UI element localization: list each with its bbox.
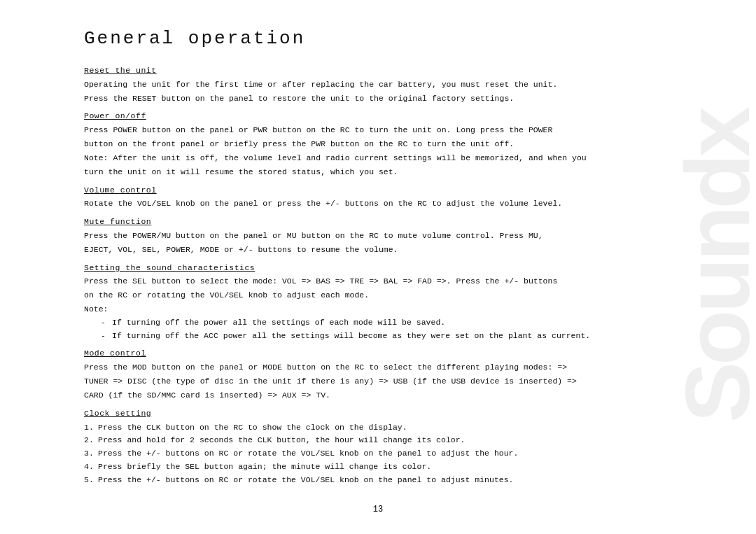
clock-item-3: 3. Press the +/- buttons on RC or rotate… <box>84 447 700 460</box>
clock-item-2: 2. Press and hold for 2 seconds the CLK … <box>84 434 700 447</box>
section-heading-reset: Reset the unit <box>84 64 700 77</box>
volume-line1: Rotate the VOL/SEL knob on the panel or … <box>84 197 700 210</box>
sound-note-label: Note: <box>84 303 700 316</box>
dash-sym-2: - <box>101 330 106 342</box>
sound-line2: on the RC or rotating the VOL/SEL knob t… <box>84 289 700 302</box>
section-heading-clock: Clock setting <box>84 407 700 420</box>
sound-note2-item: - If turning off the ACC power all the s… <box>101 330 700 342</box>
clock-num-4: 4. <box>84 461 95 473</box>
clock-text-1: Press the CLK button on the RC to show t… <box>98 421 407 434</box>
page-container: Soundx General operation Reset the unit … <box>0 0 756 534</box>
section-heading-volume: Volume control <box>84 184 700 197</box>
page-number: 13 <box>373 505 383 514</box>
section-heading-mute: Mute function <box>84 216 700 228</box>
clock-item-4: 4. Press briefly the SEL button again; t… <box>84 461 700 473</box>
power-line3: Note: After the unit is off, the volume … <box>84 152 700 164</box>
clock-num-5: 5. <box>84 474 95 486</box>
mode-line2: TUNER => DISC (the type of disc in the u… <box>84 375 700 388</box>
clock-text-3: Press the +/- buttons on RC or rotate th… <box>98 447 518 460</box>
section-heading-mode: Mode control <box>84 347 700 360</box>
clock-item-1: 1. Press the CLK button on the RC to sho… <box>84 421 700 434</box>
mode-line1: Press the MOD button on the panel or MOD… <box>84 361 700 374</box>
clock-num-3: 3. <box>84 447 95 460</box>
reset-line1: Operating the unit for the first time or… <box>84 78 700 91</box>
content-area: Reset the unit Operating the unit for th… <box>84 64 700 486</box>
section-heading-sound: Setting the sound characteristics <box>84 262 700 274</box>
mute-line2: EJECT, VOL, SEL, POWER, MODE or +/- butt… <box>84 244 700 256</box>
dash-sym-1: - <box>101 316 106 329</box>
clock-text-2: Press and hold for 2 seconds the CLK but… <box>98 434 465 447</box>
power-line4: turn the unit on it will resume the stor… <box>84 166 700 178</box>
mode-line3: CARD (if the SD/MMC card is inserted) =>… <box>84 389 700 402</box>
sound-line1: Press the SEL button to select the mode:… <box>84 275 700 288</box>
reset-line2: Press the RESET button on the panel to r… <box>84 92 700 105</box>
page-title: General operation <box>84 28 700 49</box>
mute-line1: Press the POWER/MU button on the panel o… <box>84 230 700 242</box>
sound-note2: If turning off the ACC power all the set… <box>112 330 590 342</box>
sound-note1: If turning off the power all the setting… <box>112 316 445 329</box>
clock-num-1: 1. <box>84 421 95 434</box>
clock-item-5: 5. Press the +/- buttons on RC or rotate… <box>84 474 700 486</box>
clock-text-5: Press the +/- buttons on RC or rotate th… <box>98 474 514 486</box>
sound-note1-item: - If turning off the power all the setti… <box>101 316 700 329</box>
clock-text-4: Press briefly the SEL button again; the … <box>98 461 431 473</box>
section-heading-power: Power on/off <box>84 110 700 122</box>
power-line2: button on the front panel or briefly pre… <box>84 138 700 150</box>
power-line1: Press POWER button on the panel or PWR b… <box>84 124 700 136</box>
clock-num-2: 2. <box>84 434 95 447</box>
